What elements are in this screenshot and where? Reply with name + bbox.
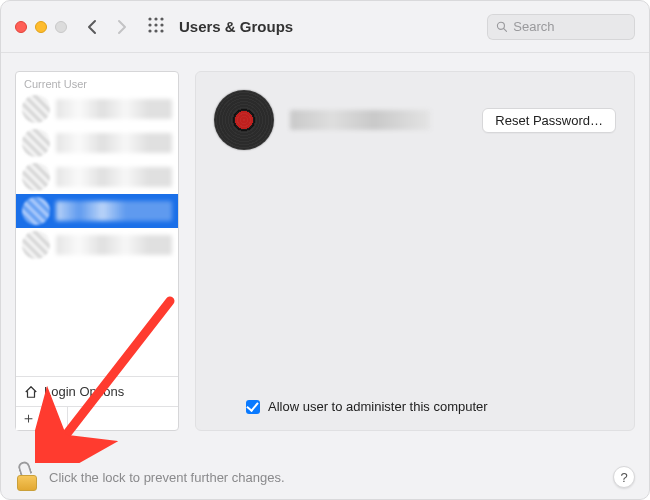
user-avatar-redacted-icon xyxy=(22,231,50,259)
footer: Click the lock to prevent further change… xyxy=(1,455,649,499)
svg-point-8 xyxy=(160,29,163,32)
svg-point-6 xyxy=(148,29,151,32)
back-button[interactable] xyxy=(87,19,98,35)
grid-icon xyxy=(147,16,165,34)
user-list-item-selected[interactable] xyxy=(16,194,178,228)
user-list xyxy=(16,92,178,376)
close-window-button[interactable] xyxy=(15,21,27,33)
preferences-window: Users & Groups Current User xyxy=(0,0,650,500)
admin-checkbox-row[interactable]: Allow user to administer this computer xyxy=(246,399,488,414)
svg-point-1 xyxy=(154,17,157,20)
chevron-right-icon xyxy=(116,19,127,35)
add-remove-bar: ＋ － xyxy=(16,406,178,430)
svg-line-10 xyxy=(504,29,507,32)
minus-icon: － xyxy=(47,409,62,428)
sidebar-section-label: Current User xyxy=(16,72,178,92)
svg-point-4 xyxy=(154,23,157,26)
house-icon xyxy=(24,385,38,399)
content-body: Current User xyxy=(1,53,649,448)
user-name-redacted xyxy=(56,201,172,221)
login-options-button[interactable]: Login Options xyxy=(16,376,178,406)
forward-button[interactable] xyxy=(116,19,127,35)
traffic-lights xyxy=(15,21,67,33)
svg-point-0 xyxy=(148,17,151,20)
user-name-redacted xyxy=(56,235,172,255)
plus-icon: ＋ xyxy=(21,409,36,428)
user-avatar-redacted-icon xyxy=(22,129,50,157)
user-list-item[interactable] xyxy=(16,160,178,194)
reset-password-button[interactable]: Reset Password… xyxy=(482,108,616,133)
search-input[interactable] xyxy=(513,19,626,34)
admin-checkbox[interactable] xyxy=(246,400,260,414)
search-icon xyxy=(496,20,507,33)
help-icon: ? xyxy=(620,470,627,485)
user-avatar-redacted-icon xyxy=(22,163,50,191)
svg-point-2 xyxy=(160,17,163,20)
add-user-button[interactable]: ＋ xyxy=(16,407,42,430)
user-name-redacted xyxy=(56,133,172,153)
user-name-redacted xyxy=(56,167,172,187)
remove-user-button[interactable]: － xyxy=(42,407,68,430)
svg-point-7 xyxy=(154,29,157,32)
profile-avatar[interactable] xyxy=(214,90,274,150)
lock-body-icon xyxy=(17,475,37,491)
search-field[interactable] xyxy=(487,14,635,40)
user-avatar-redacted-icon xyxy=(22,95,50,123)
nav-arrows xyxy=(87,19,127,35)
svg-point-5 xyxy=(160,23,163,26)
profile-row: Reset Password… xyxy=(214,90,616,150)
profile-name-redacted xyxy=(290,110,430,130)
titlebar: Users & Groups xyxy=(1,1,649,53)
login-options-label: Login Options xyxy=(44,384,124,399)
help-button[interactable]: ? xyxy=(613,466,635,488)
user-list-item[interactable] xyxy=(16,228,178,262)
user-list-item[interactable] xyxy=(16,126,178,160)
user-avatar-redacted-icon xyxy=(22,197,50,225)
minimize-window-button[interactable] xyxy=(35,21,47,33)
svg-point-3 xyxy=(148,23,151,26)
lock-button[interactable] xyxy=(15,463,39,491)
show-all-button[interactable] xyxy=(147,16,165,38)
user-list-item[interactable] xyxy=(16,92,178,126)
lock-hint-text: Click the lock to prevent further change… xyxy=(49,470,285,485)
chevron-left-icon xyxy=(87,19,98,35)
page-title: Users & Groups xyxy=(179,18,293,35)
user-sidebar: Current User xyxy=(15,71,179,431)
user-detail-panel: Reset Password… Allow user to administer… xyxy=(195,71,635,431)
admin-checkbox-label: Allow user to administer this computer xyxy=(268,399,488,414)
zoom-window-button[interactable] xyxy=(55,21,67,33)
user-name-redacted xyxy=(56,99,172,119)
